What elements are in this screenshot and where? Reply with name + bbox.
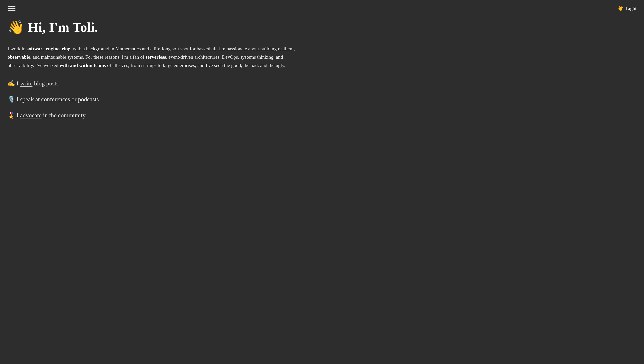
podcasts-link[interactable]: podcasts — [78, 96, 99, 103]
theme-toggle-label: Light — [626, 6, 636, 11]
bio-bold-serverless: serverless — [146, 54, 166, 60]
bio-bold-engineering: software engineering — [27, 46, 70, 52]
activity-item-speak: 🎙️ I speak at conferences or podcasts — [8, 95, 313, 104]
hero-title-text: Hi, I'm Toli. — [28, 20, 98, 35]
main-content: 👋 Hi, I'm Toli. I work in software engin… — [0, 16, 320, 138]
advocate-emoji: 🎖️ — [8, 112, 15, 119]
speak-emoji: 🎙️ — [8, 96, 15, 103]
site-header: ☀️ Light — [0, 0, 644, 16]
advocate-link[interactable]: advocate — [20, 112, 42, 119]
bio-paragraph: I work in software engineering, with a b… — [8, 45, 309, 70]
wave-emoji: 👋 — [8, 20, 24, 35]
write-emoji: ✍️ — [8, 80, 15, 87]
activity-item-write: ✍️ I write blog posts — [8, 79, 313, 88]
hamburger-menu[interactable] — [8, 5, 16, 12]
write-link[interactable]: write — [20, 80, 32, 87]
hamburger-line-1 — [8, 6, 16, 7]
hero-title: 👋 Hi, I'm Toli. — [8, 19, 313, 35]
sun-icon: ☀️ — [618, 6, 624, 12]
hamburger-line-3 — [8, 10, 16, 11]
activity-list: ✍️ I write blog posts 🎙️ I speak at conf… — [8, 79, 313, 127]
speak-link[interactable]: speak — [20, 96, 34, 103]
activity-item-advocate: 🎖️ I advocate in the community — [8, 111, 313, 120]
bio-bold-teams: with and within teams — [60, 63, 106, 68]
bio-bold-observable: observable — [8, 54, 30, 60]
theme-toggle-button[interactable]: ☀️ Light — [618, 6, 636, 12]
hamburger-line-2 — [8, 8, 16, 9]
